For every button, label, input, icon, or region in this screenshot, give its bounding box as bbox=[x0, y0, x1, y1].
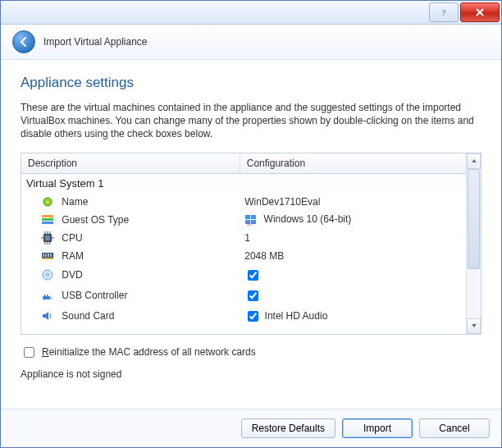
usb-icon bbox=[41, 289, 54, 302]
svg-rect-14 bbox=[45, 235, 50, 240]
reinit-mac-row: Reinitialize the MAC address of all netw… bbox=[21, 345, 481, 360]
row-value: Intel HD Audio bbox=[265, 309, 328, 321]
row-value: Windows 10 (64-bit) bbox=[264, 213, 352, 225]
button-bar: Restore Defaults Import Cancel bbox=[1, 409, 501, 447]
svg-text:?: ? bbox=[442, 7, 446, 17]
close-button[interactable] bbox=[460, 2, 500, 22]
cpu-icon bbox=[41, 231, 54, 245]
close-icon bbox=[475, 7, 485, 17]
row-label: DVD bbox=[62, 269, 82, 281]
row-label: Sound Card bbox=[62, 310, 114, 322]
svg-rect-8 bbox=[245, 215, 250, 219]
col-header-configuration[interactable]: Configuration bbox=[240, 153, 466, 174]
usb-checkbox[interactable] bbox=[248, 290, 258, 301]
svg-rect-28 bbox=[42, 258, 53, 259]
reinit-mac-label[interactable]: Reinitialize the MAC address of all netw… bbox=[42, 346, 256, 358]
svg-rect-6 bbox=[42, 218, 53, 221]
restore-defaults-button[interactable]: Restore Defaults bbox=[241, 418, 335, 438]
row-os[interactable]: Guest OS Type 10 bbox=[21, 211, 466, 229]
svg-rect-9 bbox=[251, 215, 256, 219]
row-value: WinDev1710Eval bbox=[244, 196, 320, 208]
reinit-mac-checkbox[interactable] bbox=[24, 347, 34, 358]
svg-rect-5 bbox=[42, 215, 53, 217]
scroll-down-button[interactable] bbox=[467, 318, 481, 334]
arrow-left-icon bbox=[18, 36, 30, 48]
dvd-checkbox[interactable] bbox=[248, 270, 258, 281]
row-value: 2048 MB bbox=[244, 250, 284, 262]
col-header-description[interactable]: Description bbox=[21, 153, 240, 174]
svg-rect-33 bbox=[44, 295, 46, 296]
svg-rect-24 bbox=[43, 254, 44, 257]
page-heading: Appliance settings bbox=[21, 75, 481, 91]
scroll-up-button[interactable] bbox=[467, 153, 481, 169]
dvd-icon bbox=[41, 268, 54, 281]
row-cpu[interactable]: CPU 1 bbox=[21, 229, 466, 247]
group-row[interactable]: Virtual System 1 bbox=[21, 173, 466, 193]
page-description: These are the virtual machines contained… bbox=[21, 101, 481, 141]
cancel-button[interactable]: Cancel bbox=[419, 418, 490, 438]
row-label: Guest OS Type bbox=[62, 214, 129, 226]
windows-icon: 10 bbox=[244, 213, 258, 226]
svg-point-4 bbox=[47, 200, 49, 203]
svg-rect-31 bbox=[43, 296, 50, 299]
row-label: USB Controller bbox=[62, 290, 127, 301]
ram-icon bbox=[41, 249, 54, 263]
signed-status: Appliance is not signed bbox=[21, 368, 481, 380]
title-bar: ? bbox=[1, 1, 501, 25]
svg-marker-36 bbox=[472, 159, 477, 162]
vertical-scrollbar[interactable] bbox=[466, 153, 481, 334]
settings-table: Description Configuration Virtual System… bbox=[21, 153, 481, 335]
svg-marker-37 bbox=[472, 324, 477, 327]
row-label: RAM bbox=[62, 250, 84, 262]
svg-rect-26 bbox=[48, 254, 49, 257]
group-label: Virtual System 1 bbox=[21, 173, 466, 193]
os-type-icon bbox=[41, 213, 54, 226]
row-label: Name bbox=[62, 196, 88, 208]
svg-rect-7 bbox=[42, 222, 53, 224]
import-button[interactable]: Import bbox=[342, 418, 413, 438]
name-icon bbox=[41, 195, 54, 208]
dialog-window: ? Import Virtual Appliance Appliance set… bbox=[0, 0, 502, 448]
chevron-down-icon bbox=[471, 322, 477, 329]
help-button[interactable]: ? bbox=[429, 2, 459, 22]
svg-rect-11 bbox=[251, 220, 256, 224]
svg-rect-27 bbox=[50, 254, 52, 257]
row-name[interactable]: Name WinDev1710Eval bbox=[21, 193, 466, 211]
row-label: CPU bbox=[62, 232, 82, 244]
wizard-title: Import Virtual Appliance bbox=[43, 36, 148, 48]
scroll-track[interactable] bbox=[467, 169, 481, 318]
sound-icon bbox=[41, 309, 54, 322]
svg-rect-34 bbox=[47, 295, 48, 296]
row-sound[interactable]: Sound Card Intel HD Audio bbox=[21, 306, 466, 327]
scroll-thumb[interactable] bbox=[468, 169, 480, 269]
svg-point-30 bbox=[47, 274, 49, 277]
row-value: 1 bbox=[244, 232, 250, 244]
svg-rect-32 bbox=[50, 297, 52, 299]
svg-rect-25 bbox=[45, 254, 47, 257]
wizard-header: Import Virtual Appliance bbox=[1, 25, 501, 60]
content-area: Appliance settings These are the virtual… bbox=[1, 60, 501, 409]
sound-checkbox[interactable] bbox=[248, 311, 258, 322]
back-button[interactable] bbox=[12, 30, 35, 53]
row-dvd[interactable]: DVD bbox=[21, 265, 466, 286]
row-usb[interactable]: USB Controller bbox=[21, 286, 466, 306]
chevron-up-icon bbox=[471, 158, 477, 164]
row-ram[interactable]: RAM 2048 MB bbox=[21, 247, 466, 265]
help-icon: ? bbox=[439, 7, 449, 17]
svg-marker-35 bbox=[43, 312, 48, 320]
svg-text:10: 10 bbox=[247, 222, 252, 226]
